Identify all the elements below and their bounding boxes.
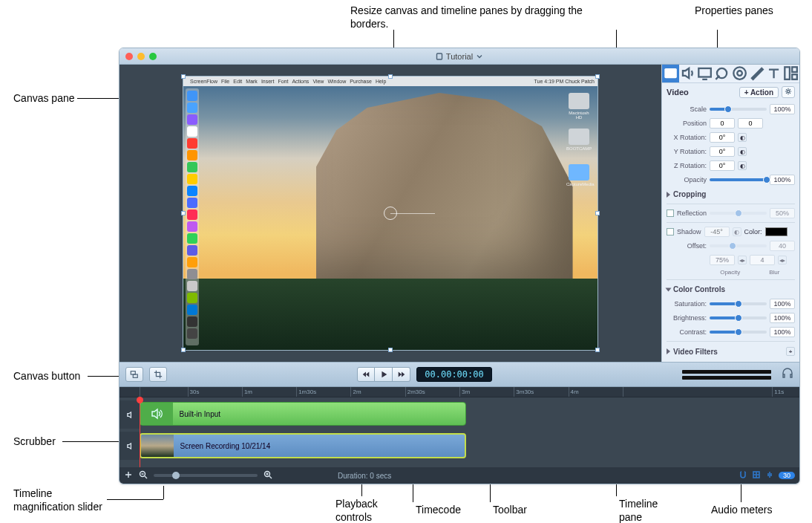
- timeline-zoom-slider[interactable]: [154, 474, 258, 477]
- waveform-icon[interactable]: [765, 470, 774, 481]
- tab-video[interactable]: [662, 65, 679, 82]
- canvas-pane[interactable]: ScreenFlow File Edit Mark Insert Font Ac…: [119, 65, 661, 362]
- properties-heading: Video: [667, 88, 689, 97]
- chapters-icon[interactable]: [752, 470, 761, 481]
- yrot-dial-icon[interactable]: ◐: [738, 147, 747, 156]
- shadow-blur-value: 4: [750, 255, 775, 265]
- xrot-label: X Rotation:: [667, 134, 707, 141]
- zrot-label: Z Rotation:: [667, 162, 707, 169]
- play-button[interactable]: [375, 367, 393, 382]
- shadow-opacity-sublabel: Opacity: [710, 269, 751, 276]
- yrot-input[interactable]: [710, 146, 735, 157]
- brightness-value[interactable]: 100%: [770, 313, 795, 323]
- xrot-input[interactable]: [710, 132, 735, 143]
- track-mute-button[interactable]: [119, 432, 140, 460]
- leader: [107, 499, 163, 500]
- color-controls-section[interactable]: Color Controls: [667, 284, 795, 295]
- scrubber[interactable]: [140, 397, 140, 467]
- playback-controls: [357, 367, 410, 382]
- svg-rect-6: [785, 68, 790, 80]
- callout-timecode: Timecode: [416, 504, 461, 517]
- stepper-icon: ◂▸: [738, 256, 747, 264]
- fps-pill[interactable]: 30: [779, 472, 795, 479]
- rewind-button[interactable]: [357, 367, 375, 382]
- brightness-label: Brightness:: [667, 314, 707, 322]
- timecode-display[interactable]: 00.00:00:00: [416, 367, 491, 382]
- contrast-slider[interactable]: [710, 331, 767, 334]
- gear-icon[interactable]: [782, 86, 795, 98]
- offset-value: 40: [770, 241, 795, 251]
- opacity-slider[interactable]: [710, 178, 767, 181]
- opacity-value[interactable]: 100%: [770, 175, 795, 185]
- callout-resize-hint: Resize canvas and timeline panes by drag…: [350, 4, 588, 30]
- tab-screen-recording[interactable]: [696, 65, 713, 82]
- clip-label: Built-in Input: [173, 410, 226, 418]
- reflection-checkbox[interactable]: [667, 209, 674, 217]
- snap-icon[interactable]: [739, 470, 747, 481]
- scale-value[interactable]: 100%: [770, 104, 795, 114]
- crop-button[interactable]: [149, 367, 167, 382]
- xrot-dial-icon[interactable]: ◐: [738, 133, 747, 142]
- tab-annotations[interactable]: [748, 65, 765, 82]
- svg-rect-1: [664, 68, 677, 78]
- add-filter-button[interactable]: +: [786, 347, 795, 356]
- stepper-icon: ◂▸: [778, 256, 787, 264]
- track-mute-button[interactable]: [119, 400, 140, 429]
- svg-rect-10: [131, 371, 135, 374]
- svg-rect-0: [436, 53, 442, 59]
- reflection-slider: [710, 212, 767, 215]
- offset-slider: [710, 244, 767, 247]
- tab-audio[interactable]: [679, 65, 696, 82]
- titlebar[interactable]: Tutorial: [119, 48, 799, 65]
- contrast-label: Contrast:: [667, 328, 707, 336]
- svg-rect-7: [792, 68, 797, 73]
- scale-slider[interactable]: [710, 108, 767, 111]
- zoom-icon[interactable]: [149, 53, 157, 60]
- position-x-input[interactable]: [710, 118, 735, 129]
- timeline-pane[interactable]: 30s1m1m30s2m2m30s3m3m30s4m11s Built-in I…: [119, 387, 799, 467]
- svg-point-9: [787, 90, 789, 92]
- minimize-icon[interactable]: [137, 53, 145, 60]
- chevron-down-icon: [476, 53, 483, 60]
- reflection-value: 50%: [770, 208, 795, 218]
- audio-clip[interactable]: Built-in Input: [140, 402, 466, 426]
- callout-audio-meters: Audio meters: [711, 504, 772, 517]
- video-clip[interactable]: Screen Recording 10/21/14: [140, 433, 466, 458]
- time-ruler[interactable]: 30s1m1m30s2m2m30s3m3m30s4m11s: [119, 387, 799, 397]
- tab-callout[interactable]: [713, 65, 730, 82]
- zoom-in-icon[interactable]: [263, 470, 272, 481]
- svg-point-4: [737, 71, 742, 77]
- add-track-button[interactable]: [124, 470, 133, 481]
- svg-rect-11: [133, 374, 137, 377]
- contrast-value[interactable]: 100%: [770, 327, 795, 337]
- tab-text[interactable]: [765, 65, 782, 82]
- close-icon[interactable]: [125, 53, 133, 60]
- reflection-label: Reflection: [677, 209, 707, 217]
- brightness-slider[interactable]: [710, 316, 767, 319]
- fast-forward-button[interactable]: [393, 367, 410, 382]
- cropping-section[interactable]: Cropping: [667, 189, 795, 200]
- add-action-button[interactable]: + Action: [739, 87, 779, 98]
- position-y-input[interactable]: [738, 118, 763, 129]
- tab-layout[interactable]: [782, 65, 799, 82]
- canvas-button[interactable]: [125, 367, 143, 382]
- shadow-color-swatch[interactable]: [765, 227, 788, 236]
- duration-label: Duration: 0 secs: [338, 472, 391, 480]
- canvas-content[interactable]: ScreenFlow File Edit Mark Insert Font Ac…: [183, 76, 598, 351]
- zrot-input[interactable]: [710, 160, 735, 171]
- headphones-icon[interactable]: [782, 367, 793, 382]
- shadow-checkbox[interactable]: [667, 228, 674, 235]
- video-filters-section[interactable]: Video Filters +: [667, 345, 795, 357]
- zoom-out-icon[interactable]: [139, 470, 148, 481]
- app-window: Tutorial ScreenFlow File Edit Mark Inser…: [119, 48, 800, 484]
- tab-touch[interactable]: [731, 65, 748, 82]
- callout-properties: Properties panes: [695, 4, 773, 18]
- properties-pane: Video + Action Scale 100% Position: [661, 65, 799, 362]
- saturation-slider[interactable]: [710, 302, 767, 305]
- callout-canvas-button: Canvas button: [13, 370, 80, 383]
- leader: [163, 486, 164, 499]
- callout-playback: Playback controls: [335, 498, 387, 523]
- saturation-value[interactable]: 100%: [770, 299, 795, 309]
- shadow-label: Shadow: [677, 228, 701, 235]
- zrot-dial-icon[interactable]: ◐: [738, 161, 747, 170]
